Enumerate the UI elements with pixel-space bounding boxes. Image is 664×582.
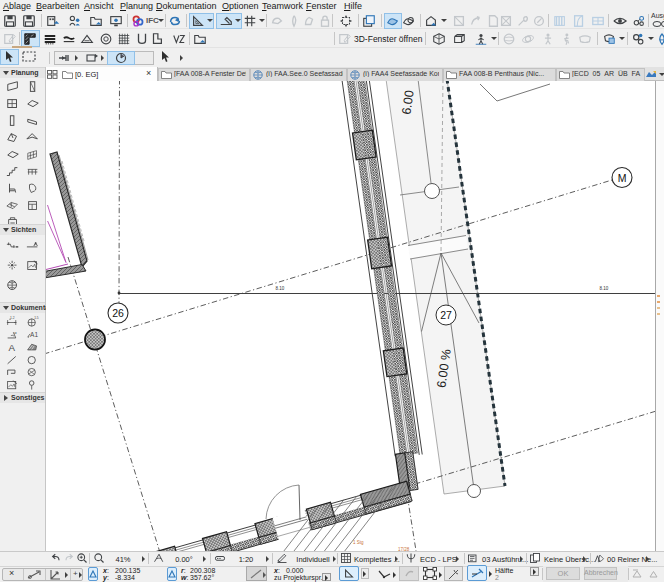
svg-text:1 Stg: 1 Stg <box>353 540 364 545</box>
svg-text:26: 26 <box>112 307 124 319</box>
svg-text:27: 27 <box>440 309 452 321</box>
svg-text:8.10: 8.10 <box>276 286 285 291</box>
svg-text:M: M <box>618 172 627 184</box>
svg-text:α: α <box>14 329 17 334</box>
svg-text:A1: A1 <box>30 331 38 338</box>
svg-text:1.5: 1.5 <box>34 316 39 320</box>
svg-text:8.10: 8.10 <box>600 286 609 291</box>
svg-text:A: A <box>8 342 15 353</box>
svg-text:1.2: 1.2 <box>10 316 15 320</box>
